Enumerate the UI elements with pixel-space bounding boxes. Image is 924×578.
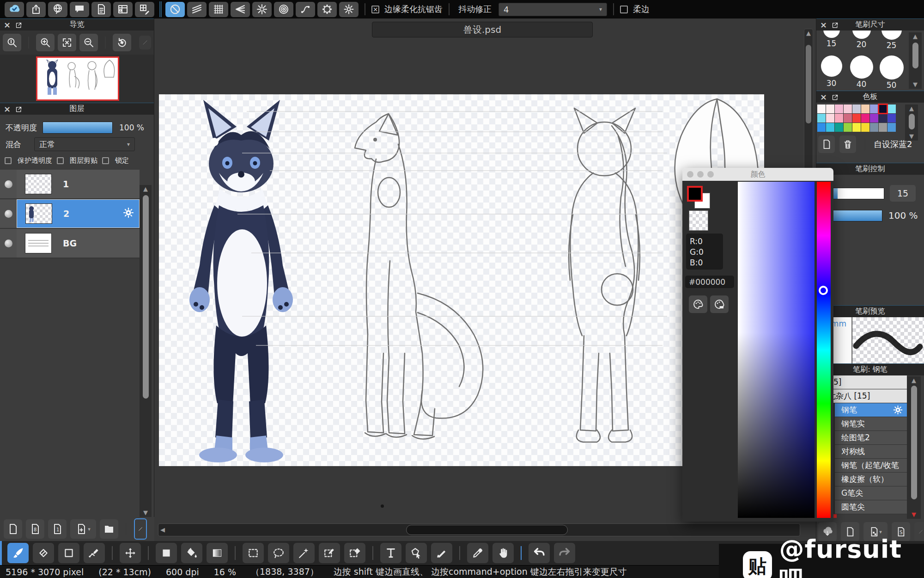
knife-tool-button[interactable] — [431, 543, 452, 563]
new-1bit-layer-button[interactable]: 1 — [48, 519, 67, 539]
palette-swatch[interactable] — [861, 114, 869, 123]
brush-size-cell[interactable]: 50 — [876, 50, 906, 90]
brush-settings-gear-icon[interactable] — [893, 405, 903, 417]
scroll-up-icon[interactable]: ▲ — [804, 29, 813, 37]
snap-off-button[interactable] — [165, 2, 185, 17]
vscrollbar-thumb[interactable] — [806, 45, 811, 123]
layer-visibility-toggle[interactable] — [5, 180, 12, 188]
duplicate-layer-button[interactable]: ▾ — [70, 519, 96, 539]
palette-swatch[interactable] — [870, 114, 878, 123]
snap-curve-button[interactable] — [296, 2, 315, 17]
hscrollbar-thumb[interactable] — [406, 525, 568, 535]
scroll-down-icon[interactable]: ▼ — [909, 132, 914, 141]
comment-button[interactable] — [70, 2, 89, 17]
close-icon[interactable]: × — [4, 21, 11, 29]
snap-grid-button[interactable] — [209, 2, 228, 17]
select-eraser-tool-button[interactable] — [344, 543, 365, 563]
layer-visibility-toggle[interactable] — [5, 210, 12, 218]
window-close-circle[interactable] — [687, 171, 693, 178]
close-icon[interactable]: × — [820, 93, 827, 101]
palette-swatch[interactable] — [888, 114, 896, 123]
brush-tool-button[interactable] — [7, 543, 29, 563]
object-select-tool-button[interactable] — [406, 543, 427, 563]
layer-row-selected[interactable]: 2 — [0, 199, 140, 229]
palette-swatch[interactable] — [844, 105, 852, 113]
eraser-tool-button[interactable] — [33, 543, 54, 563]
document-tab[interactable]: 兽设.psd — [372, 22, 593, 37]
palette-swatch[interactable] — [835, 105, 843, 113]
panel-collapse-button[interactable] — [134, 518, 147, 540]
lock-checkbox[interactable] — [102, 157, 109, 164]
eyedropper-tool-button[interactable] — [467, 543, 488, 563]
snap-concentric-button[interactable] — [274, 2, 293, 17]
canvas[interactable] — [159, 94, 764, 466]
color-dialog[interactable]: 颜色 R:0 G:0 B:0 #000000 — [682, 168, 833, 522]
protect-alpha-checkbox[interactable] — [5, 157, 12, 164]
color-dialog-titlebar[interactable]: 颜色 — [682, 168, 833, 181]
hue-bar[interactable] — [817, 182, 831, 518]
fill-rect-tool-button[interactable] — [156, 543, 177, 563]
online-gallery-button[interactable] — [48, 2, 67, 17]
gradient-tool-button[interactable] — [207, 543, 228, 563]
palette-swatch[interactable] — [879, 123, 887, 132]
new-layer-button[interactable] — [4, 519, 22, 539]
transparent-color-swatch[interactable] — [689, 210, 708, 231]
brush-size-cell[interactable]: 25 — [876, 31, 906, 50]
export-button[interactable] — [26, 2, 46, 17]
add-to-palette-button[interactable] — [689, 295, 707, 313]
stabilizer-dropdown[interactable]: 4 ▾ — [498, 3, 607, 16]
layer-settings-gear-icon[interactable] — [122, 207, 134, 221]
scroll-down-icon[interactable]: ▼ — [912, 510, 916, 519]
palette-options-button[interactable] — [710, 295, 729, 313]
redo-button[interactable] — [554, 543, 575, 563]
palette-swatch[interactable] — [888, 105, 896, 113]
delete-palette-color-button[interactable] — [839, 135, 856, 153]
document-button[interactable] — [91, 2, 111, 17]
snap-vanishing-button[interactable] — [231, 2, 250, 17]
scroll-up-icon[interactable]: ▲ — [143, 185, 148, 193]
popout-icon[interactable] — [15, 22, 22, 29]
scrollbar-thumb[interactable] — [912, 43, 918, 68]
palette-swatch[interactable] — [852, 105, 861, 113]
move-tool-button[interactable] — [120, 543, 141, 563]
palette-swatch[interactable] — [835, 114, 843, 123]
scroll-down-icon[interactable]: ▼ — [913, 80, 918, 89]
edit-grid-button[interactable] — [135, 2, 154, 17]
window-zoom-circle[interactable] — [707, 171, 714, 178]
scroll-up-icon[interactable]: ▲ — [912, 376, 916, 385]
palette-swatch[interactable] — [835, 123, 843, 132]
palette-scrollbar[interactable]: ▲ ▼ — [905, 105, 918, 141]
brush-size-cell[interactable]: 15 — [816, 31, 846, 50]
palette-swatch[interactable] — [861, 123, 869, 132]
settings-button[interactable] — [339, 2, 359, 17]
palette-swatch[interactable] — [861, 105, 869, 113]
cloud-sync-button[interactable] — [5, 2, 24, 17]
fit-screen-button[interactable] — [58, 34, 76, 51]
palette-swatch-selected[interactable] — [879, 105, 887, 113]
brush-size-slider[interactable] — [833, 188, 884, 199]
brush-size-scrollbar[interactable]: ▲ ▼ — [909, 32, 922, 89]
scroll-down-icon[interactable]: ▼ — [143, 509, 148, 517]
foreground-color-swatch[interactable] — [687, 186, 703, 202]
text-tool-button[interactable] — [380, 543, 401, 563]
bucket-tool-button[interactable] — [181, 543, 202, 563]
clipping-checkbox[interactable] — [57, 157, 64, 164]
rect-select-tool-button[interactable] — [243, 543, 264, 563]
hex-value-field[interactable]: #000000 — [685, 276, 734, 288]
vector-pen-tool-button[interactable] — [84, 543, 105, 563]
brush-size-cell[interactable]: 20 — [846, 31, 876, 50]
palette-swatch[interactable] — [870, 123, 878, 132]
palette-swatch[interactable] — [826, 114, 834, 123]
palette-swatch[interactable] — [826, 123, 834, 132]
snap-parallel-button[interactable] — [187, 2, 207, 17]
popout-icon[interactable] — [15, 106, 22, 113]
select-pen-tool-button[interactable] — [319, 543, 340, 563]
scrollbar-thumb[interactable] — [911, 386, 917, 499]
reset-rotation-button[interactable] — [113, 34, 131, 51]
shape-brush-tool-button[interactable] — [58, 543, 79, 563]
scrollbar-thumb[interactable] — [909, 114, 915, 129]
palette-swatch[interactable] — [817, 123, 826, 132]
lasso-tool-button[interactable] — [268, 543, 289, 563]
palette-swatch[interactable] — [870, 105, 878, 113]
zoom-in-button[interactable] — [36, 34, 55, 51]
